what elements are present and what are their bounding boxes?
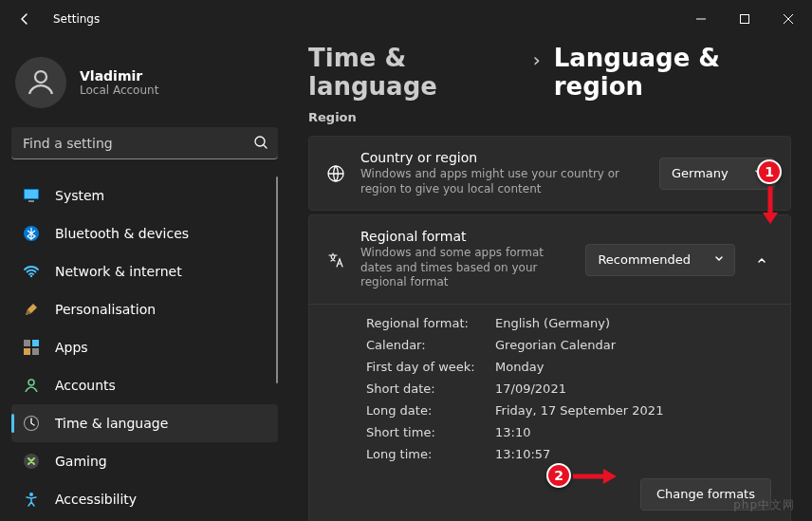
sidebar-item-label: System xyxy=(55,188,104,203)
detail-key: Short date: xyxy=(366,381,489,396)
accounts-icon xyxy=(23,377,40,394)
annotation-callout-2: 2 xyxy=(546,463,571,488)
svg-point-1 xyxy=(35,71,46,83)
detail-key: Long date: xyxy=(366,403,489,418)
card-title: Regional format xyxy=(360,229,572,244)
detail-value: 17/09/2021 xyxy=(495,381,771,396)
svg-point-7 xyxy=(30,275,32,277)
sidebar-item-time-language[interactable]: Time & language xyxy=(11,404,278,442)
svg-rect-5 xyxy=(28,200,34,202)
annotation-arrow-2 xyxy=(571,467,620,486)
search-input[interactable] xyxy=(11,127,278,159)
svg-rect-8 xyxy=(24,340,30,346)
window-title: Settings xyxy=(53,12,100,26)
breadcrumb-level2: Language & region xyxy=(554,44,791,101)
sidebar-item-label: Gaming xyxy=(55,454,107,469)
maximize-button[interactable] xyxy=(723,4,766,34)
back-button[interactable] xyxy=(8,2,42,36)
chevron-down-icon xyxy=(713,252,725,267)
card-country-region: Country or region Windows and apps might… xyxy=(308,136,791,211)
sidebar-item-accounts[interactable]: Accounts xyxy=(11,366,278,404)
dropdown-value: Germany xyxy=(672,166,729,180)
profile-section[interactable]: Vladimir Local Account xyxy=(15,57,274,108)
svg-rect-10 xyxy=(24,348,30,355)
sidebar-item-label: Network & internet xyxy=(55,264,182,279)
time-icon xyxy=(23,415,40,432)
dropdown-value: Recommended xyxy=(598,252,691,267)
minimize-button[interactable] xyxy=(679,4,723,34)
avatar xyxy=(15,57,66,108)
sidebar-item-system[interactable]: System xyxy=(11,177,278,214)
sidebar-item-apps[interactable]: Apps xyxy=(11,328,278,366)
sidebar-scrollbar[interactable] xyxy=(276,177,278,383)
chevron-right-icon: › xyxy=(533,48,541,71)
svg-point-2 xyxy=(255,137,265,146)
profile-name: Vladimir xyxy=(80,68,158,84)
sidebar-item-label: Personalisation xyxy=(55,302,156,317)
profile-subtitle: Local Account xyxy=(80,84,158,97)
card-row-format[interactable]: Regional format Windows and some apps fo… xyxy=(309,215,790,304)
apps-icon xyxy=(23,339,40,356)
sidebar-item-network[interactable]: Network & internet xyxy=(11,252,278,290)
sidebar-item-label: Accessibility xyxy=(55,492,137,507)
detail-key: Short time: xyxy=(366,425,489,439)
annotation-callout-1: 1 xyxy=(757,159,782,184)
bluetooth-icon xyxy=(23,225,40,242)
sidebar-item-label: Apps xyxy=(55,340,88,355)
format-dropdown[interactable]: Recommended xyxy=(585,244,735,276)
sidebar-item-accessibility[interactable]: Accessibility xyxy=(11,480,278,518)
detail-key: First day of week: xyxy=(366,360,489,374)
close-button[interactable] xyxy=(766,4,810,34)
detail-key: Long time: xyxy=(366,447,489,461)
sidebar-item-personalisation[interactable]: Personalisation xyxy=(11,290,278,328)
svg-rect-4 xyxy=(25,190,38,198)
expand-toggle[interactable] xyxy=(748,247,775,273)
search-container xyxy=(11,127,278,159)
sidebar-item-label: Accounts xyxy=(55,378,116,393)
breadcrumb: Time & language › Language & region xyxy=(308,44,791,101)
section-label-region: Region xyxy=(308,110,791,124)
card-row-country[interactable]: Country or region Windows and apps might… xyxy=(309,137,790,210)
detail-value: 13:10:57 xyxy=(495,447,771,461)
accessibility-icon xyxy=(23,491,40,508)
card-desc: Windows and apps might use your country … xyxy=(360,167,646,196)
sidebar-item-gaming[interactable]: Gaming xyxy=(11,442,278,480)
sidebar-item-label: Bluetooth & devices xyxy=(55,226,189,241)
wifi-icon xyxy=(23,263,40,280)
detail-key: Calendar: xyxy=(366,338,489,352)
globe-icon xyxy=(324,164,347,183)
svg-point-12 xyxy=(28,380,34,385)
language-icon xyxy=(324,251,347,270)
svg-rect-0 xyxy=(741,15,749,24)
detail-value: Friday, 17 September 2021 xyxy=(495,403,771,418)
sidebar-item-bluetooth[interactable]: Bluetooth & devices xyxy=(11,214,278,252)
gaming-icon xyxy=(23,453,40,470)
system-icon xyxy=(23,187,40,204)
detail-value: English (Germany) xyxy=(495,316,771,330)
detail-key: Regional format: xyxy=(366,316,489,330)
sidebar-item-label: Time & language xyxy=(55,416,168,431)
svg-rect-11 xyxy=(32,348,39,355)
personalize-icon xyxy=(23,301,40,318)
format-details: Regional format: English (Germany) Calen… xyxy=(309,304,790,521)
detail-value: Gregorian Calendar xyxy=(495,338,771,352)
breadcrumb-level1[interactable]: Time & language xyxy=(308,44,520,101)
svg-point-16 xyxy=(29,493,33,496)
svg-rect-9 xyxy=(32,340,39,346)
detail-value: 13:10 xyxy=(495,425,771,439)
card-desc: Windows and some apps format dates and t… xyxy=(360,246,572,290)
watermark: php中文网 xyxy=(733,497,795,513)
search-icon xyxy=(253,135,268,154)
detail-value: Monday xyxy=(495,360,771,374)
annotation-arrow-1 xyxy=(759,184,782,228)
card-title: Country or region xyxy=(360,150,646,165)
